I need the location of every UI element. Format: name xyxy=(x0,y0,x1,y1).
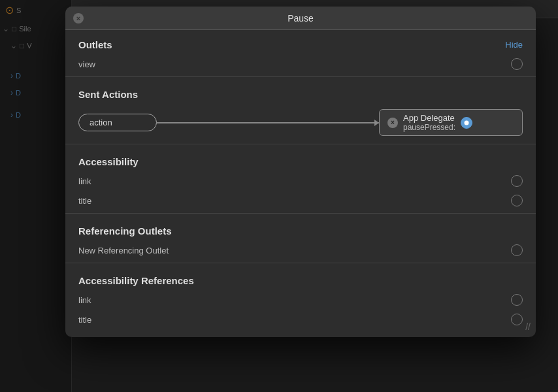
modal-titlebar: × Pause xyxy=(65,7,536,30)
accessibility-link-row: link xyxy=(65,171,536,191)
divider-3 xyxy=(65,213,536,214)
outlets-view-label: view xyxy=(78,59,95,69)
modal-close-button[interactable]: × xyxy=(73,13,84,24)
accessibility-title: Accessibility xyxy=(78,156,139,167)
acc-refs-title: Accessibility References xyxy=(78,275,194,286)
accessibility-title-label: title xyxy=(78,196,91,206)
target-box-inner: App Delegate pausePressed: xyxy=(403,113,455,132)
acc-refs-section-header: Accessibility References xyxy=(65,266,536,290)
ref-outlets-section-header: Referencing Outlets xyxy=(65,216,536,240)
target-name: App Delegate xyxy=(403,113,455,123)
new-ref-outlet-label: New Referencing Outlet xyxy=(78,246,169,255)
sent-actions-title: Sent Actions xyxy=(78,89,138,100)
resize-handle[interactable]: // xyxy=(525,321,531,332)
acc-refs-title-label: title xyxy=(78,315,91,325)
new-ref-outlet-radio[interactable] xyxy=(511,244,523,256)
divider-1 xyxy=(65,76,536,77)
action-pill[interactable]: action xyxy=(78,114,157,131)
acc-refs-title-row: title xyxy=(65,310,536,329)
outlets-view-radio[interactable] xyxy=(511,58,523,70)
sent-actions-section-header: Sent Actions xyxy=(65,80,536,104)
target-method: pausePressed: xyxy=(403,123,455,132)
acc-refs-link-row: link xyxy=(65,290,536,310)
outlets-view-row: view xyxy=(65,54,536,74)
sent-actions-radio[interactable] xyxy=(461,117,472,129)
divider-4 xyxy=(65,263,536,263)
outlets-title: Outlets xyxy=(78,39,112,50)
outlets-section-header: Outlets Hide xyxy=(65,30,536,54)
divider-2 xyxy=(65,144,536,144)
hide-button[interactable]: Hide xyxy=(505,40,523,50)
new-ref-outlet-row: New Referencing Outlet xyxy=(65,240,536,260)
accessibility-link-label: link xyxy=(78,176,91,186)
acc-refs-link-label: link xyxy=(78,295,91,305)
accessibility-link-radio[interactable] xyxy=(511,175,523,187)
accessibility-title-row: title xyxy=(65,191,536,210)
sent-actions-connection-row: action × App Delegate pausePressed: xyxy=(65,104,536,141)
ref-outlets-title: Referencing Outlets xyxy=(78,225,172,237)
acc-refs-title-radio[interactable] xyxy=(511,314,523,325)
target-box: × App Delegate pausePressed: xyxy=(379,109,523,136)
modal-body: Outlets Hide view Sent Actions action × … xyxy=(65,30,536,337)
accessibility-title-radio[interactable] xyxy=(511,195,523,206)
acc-refs-link-radio[interactable] xyxy=(511,294,523,306)
connection-remove-button[interactable]: × xyxy=(387,118,398,128)
connector-line xyxy=(157,122,379,123)
pause-modal: × Pause Outlets Hide view Sent Actions a… xyxy=(65,7,536,337)
modal-title: Pause xyxy=(287,13,314,24)
accessibility-section-header: Accessibility xyxy=(65,147,536,171)
